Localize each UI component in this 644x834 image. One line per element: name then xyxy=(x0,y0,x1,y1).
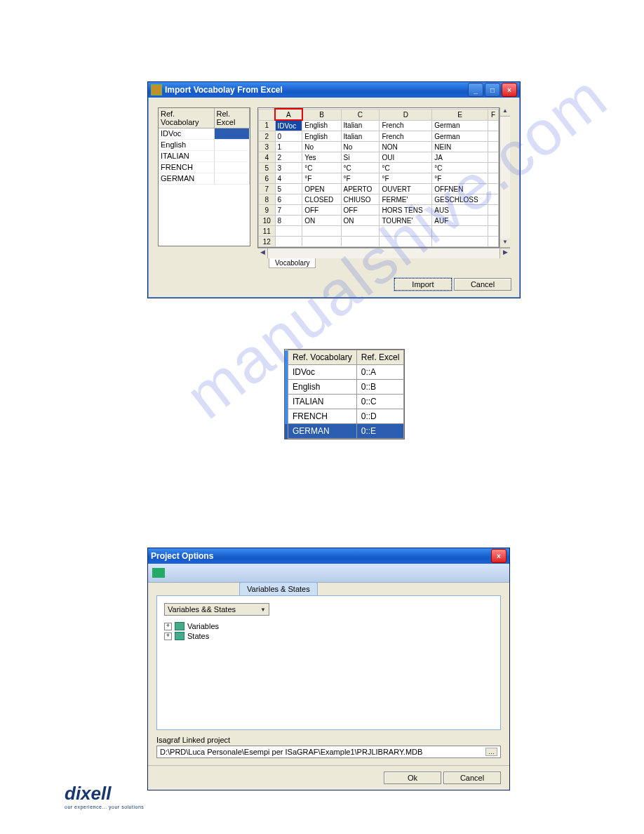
expand-icon[interactable]: + xyxy=(164,623,172,630)
grid-cell[interactable]: French xyxy=(380,120,432,131)
grid-cell[interactable]: NEIN xyxy=(432,142,488,152)
row-header[interactable]: 12 xyxy=(259,237,276,247)
grid-cell[interactable]: °C xyxy=(380,163,432,173)
grid-cell[interactable]: French xyxy=(380,131,432,142)
ref-row[interactable]: IDVoc xyxy=(159,128,250,140)
grid-cell[interactable]: ON xyxy=(341,216,380,226)
cancel-button[interactable]: Cancel xyxy=(443,772,501,784)
grid-cell[interactable] xyxy=(432,226,488,237)
grid-cell[interactable]: HORS TENS xyxy=(380,205,432,216)
tree-item-states[interactable]: + States xyxy=(164,631,493,641)
minimize-button[interactable]: _ xyxy=(468,83,483,97)
grid-cell[interactable] xyxy=(488,205,498,216)
row-header[interactable]: 10 xyxy=(259,216,276,226)
grid-cell[interactable]: 2 xyxy=(275,152,302,163)
scroll-down-icon[interactable]: ▼ xyxy=(500,239,510,248)
grid-cell[interactable]: CLOSED xyxy=(302,194,341,205)
grid-cell[interactable]: °C xyxy=(302,163,341,173)
grid-cell[interactable]: °F xyxy=(341,173,380,184)
grid-cell[interactable]: OUVERT xyxy=(380,184,432,194)
grid-cell[interactable] xyxy=(432,237,488,247)
grid-cell[interactable] xyxy=(488,173,498,184)
grid-cell[interactable]: 3 xyxy=(275,163,302,173)
grid-cell[interactable]: OUI xyxy=(380,152,432,163)
grid-cell[interactable]: TOURNE' xyxy=(380,216,432,226)
close-button[interactable]: × xyxy=(502,83,517,97)
horizontal-scrollbar[interactable]: ◀ ▶ xyxy=(257,248,510,258)
grid-cell[interactable]: 6 xyxy=(275,194,302,205)
grid-cell[interactable] xyxy=(488,216,498,226)
close-button[interactable]: × xyxy=(491,549,507,563)
grid-cell[interactable] xyxy=(488,152,498,163)
grid-cell[interactable]: AUF xyxy=(432,216,488,226)
ref-row[interactable]: English xyxy=(159,140,250,151)
grid-cell[interactable]: 1 xyxy=(275,142,302,152)
row-header[interactable]: 11 xyxy=(259,226,276,237)
grid-cell[interactable]: OFFNEN xyxy=(432,184,488,194)
grid-cell[interactable]: 4 xyxy=(275,173,302,184)
tree[interactable]: + Variables + States xyxy=(164,621,493,641)
grid-cell[interactable]: °C xyxy=(432,163,488,173)
row-header[interactable]: 3 xyxy=(259,142,276,152)
col-header[interactable]: A xyxy=(275,109,302,120)
row-header[interactable]: 6 xyxy=(259,173,276,184)
grid-cell[interactable]: German xyxy=(432,120,488,131)
map-row[interactable]: IDVoc0::A xyxy=(285,365,404,380)
grid-cell[interactable]: Si xyxy=(341,152,380,163)
grid-cell[interactable]: 8 xyxy=(275,216,302,226)
grid-cell[interactable] xyxy=(488,163,498,173)
grid-cell[interactable] xyxy=(488,131,498,142)
grid-cell[interactable] xyxy=(302,237,341,247)
grid-cell[interactable] xyxy=(341,237,380,247)
grid-cell[interactable] xyxy=(380,226,432,237)
grid-cell[interactable]: No xyxy=(302,142,341,152)
grid-cell[interactable] xyxy=(302,226,341,237)
import-button[interactable]: Import xyxy=(394,278,452,291)
grid-cell[interactable]: APERTO xyxy=(341,184,380,194)
grid-cell[interactable]: Italian xyxy=(341,131,380,142)
grid-cell[interactable]: NON xyxy=(380,142,432,152)
col-header[interactable]: D xyxy=(380,109,432,120)
grid-cell[interactable]: GESCHLOSS xyxy=(432,194,488,205)
map-row[interactable]: FRENCH0::D xyxy=(285,409,404,424)
grid-cell[interactable]: °F xyxy=(302,173,341,184)
row-header[interactable]: 4 xyxy=(259,152,276,163)
ref-row[interactable]: FRENCH xyxy=(159,162,250,173)
grid-cell[interactable] xyxy=(488,226,498,237)
grid-cell[interactable]: OPEN xyxy=(302,184,341,194)
ref-row[interactable]: ITALIAN xyxy=(159,151,250,162)
grid-cell[interactable]: FERME' xyxy=(380,194,432,205)
excel-grid[interactable]: ABCDEF1IDVocEnglishItalianFrenchGerman20… xyxy=(257,107,499,248)
tree-item-variables[interactable]: + Variables xyxy=(164,621,493,631)
map-row[interactable]: English0::B xyxy=(285,380,404,395)
grid-cell[interactable]: IDVoc xyxy=(275,120,302,131)
cancel-button[interactable]: Cancel xyxy=(454,278,511,291)
maximize-button[interactable]: □ xyxy=(485,83,500,97)
browse-button[interactable]: … xyxy=(485,748,497,756)
grid-cell[interactable]: 0 xyxy=(275,131,302,142)
ok-button[interactable]: Ok xyxy=(384,772,441,784)
tab-variables-states[interactable]: Variables & States xyxy=(239,582,318,595)
grid-cell[interactable] xyxy=(341,226,380,237)
col-header[interactable]: C xyxy=(341,109,380,120)
row-header[interactable]: 8 xyxy=(259,194,276,205)
col-header[interactable]: F xyxy=(488,109,498,120)
grid-cell[interactable]: 5 xyxy=(275,184,302,194)
grid-cell[interactable]: OFF xyxy=(302,205,341,216)
row-header[interactable]: 7 xyxy=(259,184,276,194)
ref-vocabulary-table[interactable]: Ref. Vocabolary Rel. Excel IDVoc English… xyxy=(158,107,250,246)
grid-cell[interactable]: JA xyxy=(432,152,488,163)
row-header[interactable]: 1 xyxy=(259,120,276,131)
row-header[interactable]: 2 xyxy=(259,131,276,142)
grid-cell[interactable] xyxy=(488,194,498,205)
row-header[interactable]: 9 xyxy=(259,205,276,216)
col-header[interactable]: E xyxy=(432,109,488,120)
grid-cell[interactable]: OFF xyxy=(341,205,380,216)
map-row[interactable]: ITALIAN0::C xyxy=(285,395,404,409)
grid-cell[interactable]: 7 xyxy=(275,205,302,216)
grid-cell[interactable]: Italian xyxy=(341,120,380,131)
grid-cell[interactable] xyxy=(488,120,498,131)
titlebar[interactable]: Project Options × xyxy=(148,548,509,564)
grid-cell[interactable]: German xyxy=(432,131,488,142)
grid-cell[interactable] xyxy=(380,237,432,247)
